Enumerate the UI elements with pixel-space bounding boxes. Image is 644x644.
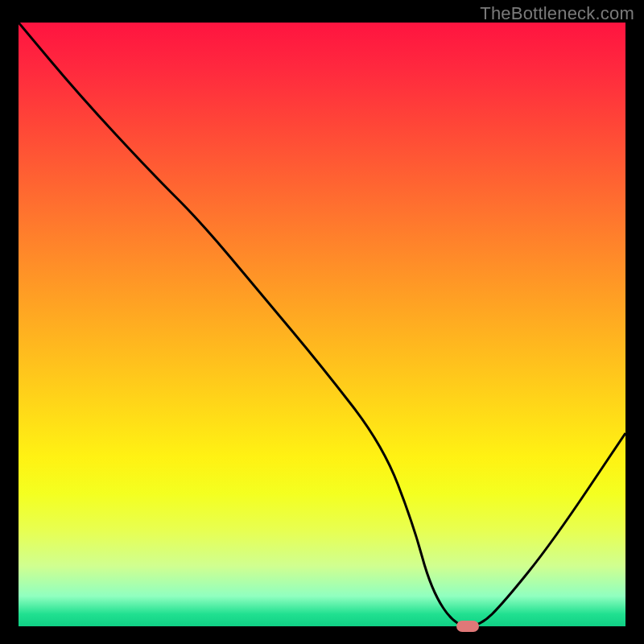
watermark-text: TheBottleneck.com [480, 3, 634, 24]
chart-svg [19, 23, 625, 626]
bottleneck-curve [19, 23, 625, 626]
selected-point-marker [456, 621, 479, 632]
chart-container: TheBottleneck.com [0, 0, 644, 644]
plot-area [19, 23, 625, 626]
